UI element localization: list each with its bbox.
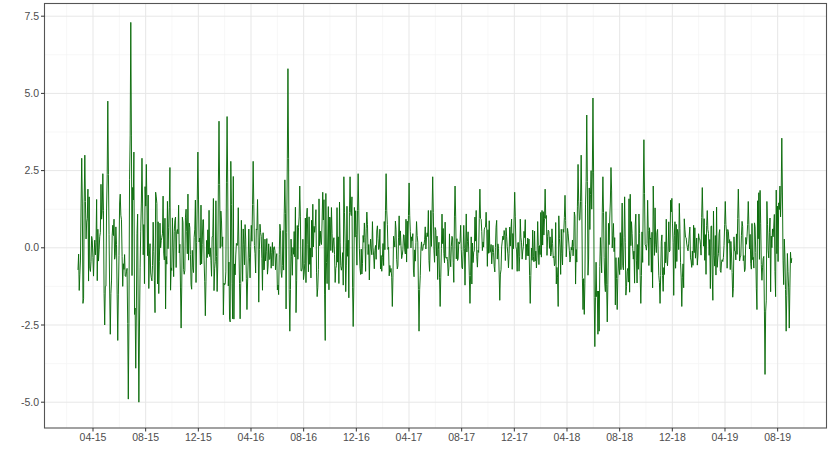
x-tick-label: 08-18 xyxy=(606,431,633,443)
x-tick-label: 12-18 xyxy=(659,431,686,443)
y-tick-label: 2.5 xyxy=(24,164,39,176)
x-tick-label: 08-19 xyxy=(764,431,791,443)
y-tick-label: 0.0 xyxy=(24,241,39,253)
x-tick-label: 08-15 xyxy=(132,431,159,443)
x-tick-label: 04-18 xyxy=(554,431,581,443)
chart-canvas: 04-1508-1512-1504-1608-1612-1604-1708-17… xyxy=(0,0,830,461)
x-tick-label: 04-19 xyxy=(712,431,739,443)
x-tick-label: 08-17 xyxy=(448,431,475,443)
x-tick-label: 12-15 xyxy=(185,431,212,443)
x-tick-label: 04-15 xyxy=(80,431,107,443)
y-tick-label: 5.0 xyxy=(24,87,39,99)
time-series-chart: 04-1508-1512-1504-1608-1612-1604-1708-17… xyxy=(0,0,830,461)
x-tick-label: 12-17 xyxy=(501,431,528,443)
x-tick-label: 12-16 xyxy=(343,431,370,443)
y-tick-label: 7.5 xyxy=(24,10,39,22)
y-tick-label: -2.5 xyxy=(21,319,39,331)
x-tick-label: 08-16 xyxy=(290,431,317,443)
y-tick-label: -5.0 xyxy=(21,396,39,408)
x-tick-label: 04-16 xyxy=(238,431,265,443)
x-tick-label: 04-17 xyxy=(396,431,423,443)
